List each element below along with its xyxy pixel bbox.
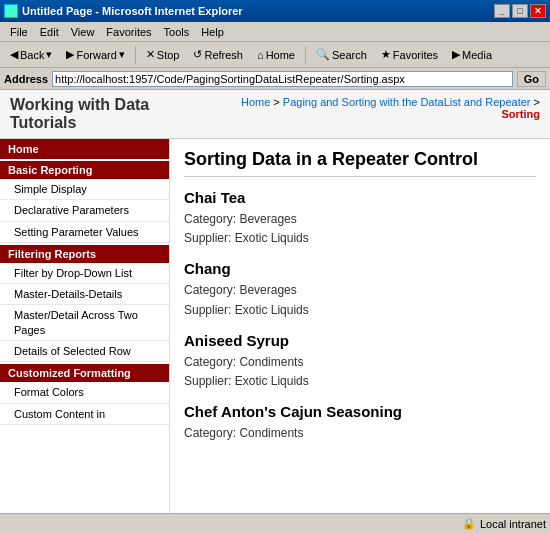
forward-button[interactable]: ▶ Forward ▾	[60, 45, 130, 64]
breadcrumb-current: Sorting	[502, 108, 541, 120]
nav-home[interactable]: Home	[0, 139, 169, 159]
menu-view[interactable]: View	[65, 26, 101, 38]
intranet-status: Local intranet	[480, 518, 546, 530]
supplier-label-1: Supplier:	[184, 303, 231, 317]
nav-item-setting-params[interactable]: Setting Parameter Values	[0, 222, 169, 243]
nav-section-basic-reporting: Basic Reporting	[0, 161, 169, 179]
product-detail-3: Category: Condiments	[184, 424, 536, 443]
content-area: Sorting Data in a Repeater Control Chai …	[170, 139, 550, 513]
window-controls[interactable]: _ □ ✕	[494, 4, 546, 18]
menu-tools[interactable]: Tools	[158, 26, 196, 38]
supplier-value-1: Exotic Liquids	[235, 303, 309, 317]
category-label-3: Category:	[184, 426, 236, 440]
nav-item-declarative-params[interactable]: Declarative Parameters	[0, 200, 169, 221]
content-title: Sorting Data in a Repeater Control	[184, 149, 536, 177]
supplier-value-2: Exotic Liquids	[235, 374, 309, 388]
media-button[interactable]: ▶ Media	[446, 45, 498, 64]
go-button[interactable]: Go	[517, 71, 546, 87]
supplier-value-0: Exotic Liquids	[235, 231, 309, 245]
category-label-0: Category:	[184, 212, 236, 226]
menu-favorites[interactable]: Favorites	[100, 26, 157, 38]
address-input[interactable]	[52, 71, 513, 87]
minimize-button[interactable]: _	[494, 4, 510, 18]
nav-item-master-detail-pages[interactable]: Master/Detail Across Two Pages	[0, 305, 169, 341]
menu-help[interactable]: Help	[195, 26, 230, 38]
nav-section-formatting: Customized Formatting	[0, 364, 169, 382]
breadcrumb-home[interactable]: Home	[241, 96, 270, 108]
favorites-button[interactable]: ★ Favorites	[375, 45, 444, 64]
site-title: Working with Data Tutorials	[10, 96, 212, 132]
toolbar: ◀ Back ▾ ▶ Forward ▾ ✕ Stop ↺ Refresh ⌂ …	[0, 42, 550, 68]
refresh-button[interactable]: ↺ Refresh	[187, 45, 249, 64]
category-value-1: Beverages	[239, 283, 296, 297]
product-name-2: Aniseed Syrup	[184, 332, 536, 349]
menu-bar: File Edit View Favorites Tools Help	[0, 22, 550, 42]
home-icon: ⌂	[257, 49, 264, 61]
product-name-1: Chang	[184, 260, 536, 277]
back-arrow-icon: ◀	[10, 48, 18, 61]
title-bar-text: Untitled Page - Microsoft Internet Explo…	[22, 5, 243, 17]
product-detail-1: Category: Beverages Supplier: Exotic Liq…	[184, 281, 536, 319]
home-button[interactable]: ⌂ Home	[251, 46, 301, 64]
stop-icon: ✕	[146, 48, 155, 61]
menu-file[interactable]: File	[4, 26, 34, 38]
nav-item-master-details[interactable]: Master-Details-Details	[0, 284, 169, 305]
status-bar: 🔒 Local intranet	[0, 513, 550, 533]
product-name-3: Chef Anton's Cajun Seasoning	[184, 403, 536, 420]
product-detail-0: Category: Beverages Supplier: Exotic Liq…	[184, 210, 536, 248]
nav-section-filtering: Filtering Reports	[0, 245, 169, 263]
product-name-0: Chai Tea	[184, 189, 536, 206]
app-icon	[4, 4, 18, 18]
search-icon: 🔍	[316, 48, 330, 61]
nav-item-custom-content[interactable]: Custom Content in	[0, 404, 169, 425]
breadcrumb: Home > Paging and Sorting with the DataL…	[212, 96, 540, 120]
stop-button[interactable]: ✕ Stop	[140, 45, 186, 64]
nav-item-simple-display[interactable]: Simple Display	[0, 179, 169, 200]
category-value-0: Beverages	[239, 212, 296, 226]
media-icon: ▶	[452, 48, 460, 61]
menu-edit[interactable]: Edit	[34, 26, 65, 38]
supplier-label-2: Supplier:	[184, 374, 231, 388]
close-button[interactable]: ✕	[530, 4, 546, 18]
star-icon: ★	[381, 48, 391, 61]
supplier-label-0: Supplier:	[184, 231, 231, 245]
browser-content: Working with Data Tutorials Home > Pagin…	[0, 90, 550, 513]
nav-item-filter-dropdown[interactable]: Filter by Drop-Down List	[0, 263, 169, 284]
lock-icon: 🔒	[462, 517, 476, 530]
forward-dropdown-icon: ▾	[119, 48, 125, 61]
address-bar: Address Go	[0, 68, 550, 90]
forward-arrow-icon: ▶	[66, 48, 74, 61]
status-right: 🔒 Local intranet	[462, 517, 546, 530]
refresh-icon: ↺	[193, 48, 202, 61]
category-value-3: Condiments	[239, 426, 303, 440]
nav-item-format-colors[interactable]: Format Colors	[0, 382, 169, 403]
category-label-2: Category:	[184, 355, 236, 369]
toolbar-separator-1	[135, 46, 136, 64]
back-button[interactable]: ◀ Back ▾	[4, 45, 58, 64]
left-nav: Home Basic Reporting Simple Display Decl…	[0, 139, 170, 513]
main-layout: Home Basic Reporting Simple Display Decl…	[0, 139, 550, 513]
product-detail-2: Category: Condiments Supplier: Exotic Li…	[184, 353, 536, 391]
maximize-button[interactable]: □	[512, 4, 528, 18]
page-header: Working with Data Tutorials Home > Pagin…	[0, 90, 550, 139]
category-label-1: Category:	[184, 283, 236, 297]
search-button[interactable]: 🔍 Search	[310, 45, 373, 64]
address-label: Address	[4, 73, 48, 85]
title-bar: Untitled Page - Microsoft Internet Explo…	[0, 0, 550, 22]
breadcrumb-section[interactable]: Paging and Sorting with the DataList and…	[283, 96, 531, 108]
back-dropdown-icon: ▾	[46, 48, 52, 61]
nav-item-details-selected[interactable]: Details of Selected Row	[0, 341, 169, 362]
category-value-2: Condiments	[239, 355, 303, 369]
toolbar-separator-2	[305, 46, 306, 64]
